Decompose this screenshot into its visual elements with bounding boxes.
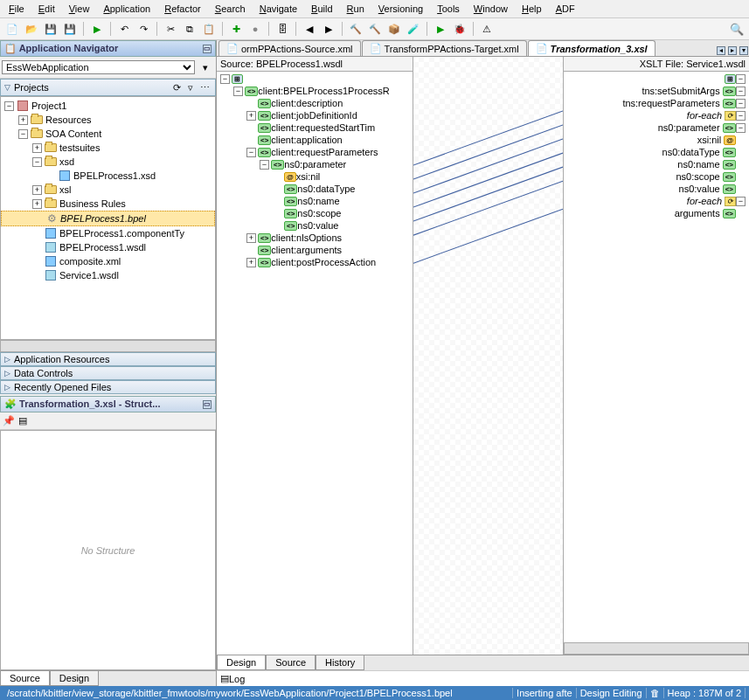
- menu-navigate[interactable]: Navigate: [254, 2, 302, 16]
- menu-window[interactable]: Window: [468, 2, 513, 16]
- menu-versioning[interactable]: Versioning: [373, 2, 428, 16]
- target-node[interactable]: xsi:nil@: [564, 134, 749, 146]
- tree-item[interactable]: +xsl: [1, 183, 215, 197]
- toggle-icon[interactable]: +: [18, 115, 28, 125]
- source-node[interactable]: @ xsi:nil: [217, 170, 413, 183]
- back-icon[interactable]: ◀: [301, 20, 318, 38]
- app-navigator-header[interactable]: 📋 Application Navigator ▭: [0, 40, 216, 57]
- saveall-icon[interactable]: 💾: [61, 20, 79, 38]
- deploy-icon[interactable]: 📦: [385, 20, 403, 38]
- cut-icon[interactable]: ✂: [162, 20, 179, 38]
- menu-edit[interactable]: Edit: [33, 2, 60, 16]
- target-node[interactable]: for-each⟳ −: [564, 109, 749, 121]
- mapping-canvas[interactable]: [413, 57, 564, 655]
- toggle-icon[interactable]: −: [736, 87, 746, 96]
- menu-file[interactable]: File: [3, 2, 30, 16]
- source-node[interactable]: <> ns0:value: [217, 219, 413, 232]
- tab-next-icon[interactable]: ▸: [728, 46, 737, 55]
- source-node[interactable]: −<> ns0:parameter: [217, 158, 413, 170]
- tree-scrollbar[interactable]: [0, 340, 216, 352]
- run-icon[interactable]: ▶: [88, 20, 106, 38]
- app-menu-icon[interactable]: ▾: [197, 59, 214, 76]
- source-node[interactable]: <> client:application: [217, 134, 413, 146]
- toggle-icon[interactable]: −: [736, 74, 746, 84]
- db-icon[interactable]: 🗄: [274, 20, 291, 38]
- toggle-icon[interactable]: +: [246, 111, 256, 121]
- menu-view[interactable]: View: [64, 2, 95, 16]
- toggle-icon[interactable]: +: [32, 143, 42, 153]
- warn-icon[interactable]: ⚠: [478, 20, 496, 38]
- proj-opts-icon[interactable]: ⋯: [198, 80, 212, 94]
- source-node[interactable]: <> client:description: [217, 97, 413, 109]
- menu-help[interactable]: Help: [517, 2, 547, 16]
- source-node[interactable]: −⊞: [217, 73, 413, 85]
- tree-item[interactable]: BPELProcess1.bpel: [1, 211, 215, 226]
- toggle-icon[interactable]: −: [233, 87, 243, 96]
- source-node[interactable]: +<> client:nlsOptions: [217, 232, 413, 244]
- log-bar[interactable]: ▤ Log: [217, 670, 749, 686]
- tree-item[interactable]: BPELProcess1.wsdl: [1, 240, 215, 254]
- tree-item[interactable]: +Business Rules: [1, 197, 215, 211]
- editor-btab-history[interactable]: History: [316, 655, 364, 670]
- toggle-icon[interactable]: −: [4, 101, 14, 111]
- fwd-icon[interactable]: ▶: [320, 20, 337, 38]
- tab-list-icon[interactable]: ▾: [739, 46, 748, 55]
- stop-icon[interactable]: ●: [246, 20, 264, 38]
- editor-tab[interactable]: 📄TransformPPActions-Target.xml: [362, 40, 527, 56]
- menu-refactor[interactable]: Refactor: [159, 2, 206, 16]
- target-node[interactable]: for-each⟳ −: [564, 195, 749, 207]
- test-icon[interactable]: 🧪: [405, 20, 422, 38]
- toggle-icon[interactable]: +: [32, 199, 42, 209]
- nav-section[interactable]: ▷Recently Opened Files: [0, 380, 216, 394]
- source-node[interactable]: <> ns0:name: [217, 195, 413, 207]
- save-icon[interactable]: 💾: [42, 20, 59, 38]
- pin-icon[interactable]: 📌: [3, 415, 15, 426]
- editor-btab-source[interactable]: Source: [266, 655, 316, 670]
- source-node[interactable]: +<> client:jobDefinitionId: [217, 109, 413, 121]
- open-icon[interactable]: 📂: [23, 20, 40, 38]
- toggle-icon[interactable]: +: [32, 185, 42, 195]
- struct-min-icon[interactable]: ▭: [203, 400, 212, 409]
- debug-icon[interactable]: 🐞: [451, 20, 468, 38]
- build2-icon[interactable]: 🔨: [366, 20, 384, 38]
- toggle-icon[interactable]: −: [736, 123, 746, 133]
- debug-run-icon[interactable]: ▶: [432, 20, 449, 38]
- tab-prev-icon[interactable]: ◂: [717, 46, 725, 55]
- source-node[interactable]: <> client:arguments: [217, 244, 413, 256]
- tree-item[interactable]: −Project1: [1, 99, 215, 113]
- build-icon[interactable]: 🔨: [347, 20, 364, 38]
- source-node[interactable]: <> ns0:dataType: [217, 183, 413, 195]
- struct-opt-icon[interactable]: ▤: [18, 415, 27, 426]
- proj-filter-icon[interactable]: ▿: [184, 80, 198, 94]
- minimize-icon[interactable]: ▭: [203, 45, 212, 53]
- target-node[interactable]: ns0:scope<>: [564, 170, 749, 183]
- editor-tab[interactable]: 📄ormPPActions-Source.xml: [218, 40, 361, 56]
- source-node[interactable]: +<> client:postProcessAction: [217, 256, 413, 268]
- editor-tab[interactable]: 📄Transformation_3.xsl: [528, 40, 655, 56]
- tree-item[interactable]: +testsuites: [1, 141, 215, 155]
- menu-adf[interactable]: ADF: [551, 2, 580, 16]
- toggle-icon[interactable]: +: [246, 258, 256, 267]
- toggle-icon[interactable]: −: [246, 148, 256, 157]
- paste-icon[interactable]: 📋: [200, 20, 218, 38]
- proj-refresh-icon[interactable]: ⟳: [170, 80, 184, 94]
- source-node[interactable]: −<> client:BPELProcess1ProcessR: [217, 85, 413, 97]
- tree-item[interactable]: BPELProcess1.xsd: [1, 169, 215, 183]
- new-icon[interactable]: 📄: [3, 20, 21, 38]
- source-node[interactable]: <> ns0:scope: [217, 207, 413, 219]
- struct-tab-design[interactable]: Design: [50, 671, 99, 686]
- tgt-scrollbar[interactable]: [564, 642, 749, 655]
- menu-run[interactable]: Run: [342, 2, 370, 16]
- tree-item[interactable]: Service1.wsdl: [1, 268, 215, 282]
- menu-tools[interactable]: Tools: [432, 2, 465, 16]
- toggle-icon[interactable]: −: [260, 160, 269, 170]
- nav-section[interactable]: ▷Application Resources: [0, 352, 216, 366]
- toggle-icon[interactable]: −: [32, 157, 42, 167]
- tree-item[interactable]: composite.xml: [1, 254, 215, 268]
- target-tree[interactable]: ⊞ −tns:setSubmitArgs<> −tns:requestParam…: [564, 72, 749, 642]
- tree-item[interactable]: −xsd: [1, 155, 215, 169]
- structure-header[interactable]: 🧩 Transformation_3.xsl - Struct... ▭: [0, 396, 216, 412]
- editor-btab-design[interactable]: Design: [217, 655, 266, 670]
- menu-application[interactable]: Application: [98, 2, 156, 16]
- projects-section[interactable]: ▽Projects ⟳ ▿ ⋯: [0, 79, 216, 96]
